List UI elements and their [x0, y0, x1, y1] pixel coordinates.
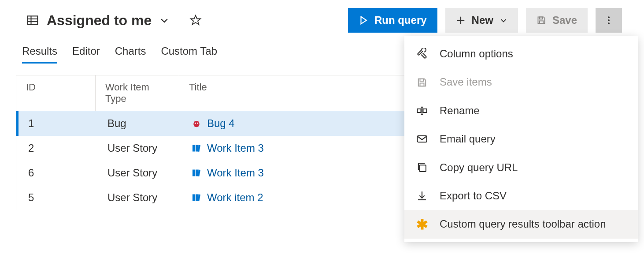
- svg-rect-8: [540, 21, 543, 23]
- story-icon: [191, 168, 202, 178]
- svg-marker-4: [191, 15, 200, 25]
- svg-line-16: [195, 121, 196, 122]
- svg-rect-9: [540, 17, 543, 19]
- menu-rename[interactable]: Rename: [404, 97, 638, 125]
- svg-rect-22: [192, 195, 195, 201]
- cell-type: User Story: [98, 136, 181, 161]
- work-item-link[interactable]: Bug 4: [207, 117, 235, 130]
- new-button[interactable]: New: [445, 8, 518, 33]
- cell-id: 2: [19, 136, 98, 161]
- menu-column-options[interactable]: Column options: [404, 40, 638, 68]
- header: Assigned to me Run query New: [0, 0, 644, 33]
- menu-label: Export to CSV: [440, 189, 626, 203]
- save-button: Save: [526, 8, 588, 33]
- svg-marker-5: [361, 17, 366, 24]
- title-chevron-down-icon[interactable]: [159, 15, 169, 25]
- more-actions-menu: Column options Save items Rename Email q…: [404, 36, 638, 242]
- more-vertical-icon: [604, 15, 614, 25]
- svg-line-17: [197, 121, 198, 122]
- menu-label: Rename: [440, 104, 626, 118]
- toolbar: Run query New Save: [348, 8, 622, 33]
- chevron-down-icon: [500, 16, 507, 24]
- tab-charts[interactable]: Charts: [115, 45, 146, 64]
- save-icon: [416, 76, 428, 89]
- svg-point-13: [193, 121, 200, 127]
- new-label: New: [472, 14, 493, 26]
- asterisk-icon: ✱: [416, 218, 428, 231]
- svg-point-14: [195, 123, 196, 124]
- menu-label: Save items: [440, 75, 626, 89]
- svg-point-12: [608, 22, 610, 24]
- menu-label: Copy query URL: [440, 161, 626, 175]
- svg-rect-32: [419, 165, 426, 172]
- tab-custom[interactable]: Custom Tab: [161, 45, 217, 64]
- menu-copy-url[interactable]: Copy query URL: [404, 153, 638, 182]
- plus-icon: [456, 15, 466, 25]
- svg-rect-20: [192, 170, 195, 176]
- download-icon: [416, 190, 428, 202]
- favorite-star-icon[interactable]: [189, 14, 202, 26]
- menu-custom-action[interactable]: ✱ Custom query results toolbar action: [404, 210, 638, 238]
- svg-point-10: [608, 16, 610, 18]
- svg-rect-26: [417, 109, 421, 112]
- wrench-icon: [416, 48, 428, 60]
- tab-editor[interactable]: Editor: [72, 45, 100, 64]
- menu-label: Custom query results toolbar action: [440, 217, 626, 231]
- menu-save-items: Save items: [404, 68, 638, 96]
- column-header-type[interactable]: Work Item Type: [96, 75, 179, 111]
- svg-rect-27: [423, 109, 426, 112]
- story-icon: [191, 192, 202, 203]
- run-query-button[interactable]: Run query: [348, 8, 437, 33]
- work-item-link[interactable]: Work Item 3: [207, 142, 264, 154]
- cell-id: 6: [19, 161, 98, 185]
- rename-icon: [416, 105, 428, 117]
- run-query-label: Run query: [374, 14, 427, 26]
- work-item-link[interactable]: Work item 2: [207, 191, 263, 204]
- svg-rect-0: [28, 16, 38, 24]
- play-icon: [359, 15, 368, 25]
- save-label: Save: [552, 14, 577, 26]
- page-title: Assigned to me: [47, 12, 152, 29]
- cell-id: 1: [19, 111, 98, 136]
- column-header-id[interactable]: ID: [16, 75, 96, 111]
- menu-email-query[interactable]: Email query: [404, 125, 638, 153]
- menu-label: Column options: [440, 47, 626, 61]
- copy-icon: [416, 161, 428, 174]
- query-type-icon: [26, 14, 39, 26]
- menu-label: Email query: [440, 132, 626, 146]
- title-group: Assigned to me: [26, 12, 340, 29]
- svg-point-11: [608, 19, 610, 21]
- more-actions-button[interactable]: [596, 8, 622, 33]
- svg-rect-25: [420, 79, 424, 81]
- work-item-link[interactable]: Work Item 3: [207, 167, 264, 179]
- cell-type: User Story: [98, 161, 181, 185]
- tab-results[interactable]: Results: [22, 45, 57, 64]
- cell-type: User Story: [98, 185, 181, 210]
- save-icon: [537, 15, 546, 25]
- menu-export-csv[interactable]: Export to CSV: [404, 182, 638, 210]
- svg-point-15: [197, 123, 198, 124]
- story-icon: [191, 143, 202, 153]
- svg-rect-18: [192, 145, 195, 152]
- cell-type: Bug: [98, 111, 181, 136]
- svg-rect-24: [420, 83, 424, 86]
- bug-icon: [191, 118, 202, 129]
- cell-id: 5: [19, 185, 98, 210]
- mail-icon: [416, 133, 428, 145]
